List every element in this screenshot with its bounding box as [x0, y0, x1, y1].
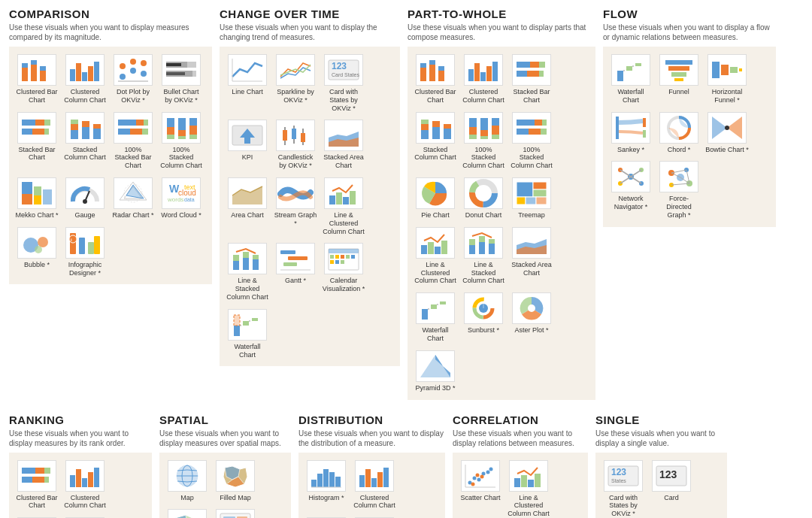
funnel[interactable]: Funnel [656, 51, 702, 108]
svg-point-327 [477, 477, 481, 481]
card-states[interactable]: 123 Card States Card with States by OKVi… [320, 51, 367, 115]
part-100-stacked-col2[interactable]: 100% Stacked Column Chart [508, 109, 555, 173]
100-stacked-bar-chart[interactable]: 100% Stacked Bar Chart [110, 109, 156, 173]
line-clustered-change-label: Line & Clustered Column Chart [322, 211, 365, 235]
svg-rect-5 [40, 71, 46, 81]
radar-chart[interactable]: Radar Chart * [110, 174, 156, 223]
stacked-bar-chart[interactable]: Stacked Bar Chart [14, 109, 60, 173]
rank-clustered-col[interactable]: Clustered Column Chart [62, 457, 108, 513]
part-clustered-col-label: Clustered Column Chart [462, 88, 505, 105]
100-stacked-column-chart[interactable]: 100% Stacked Column Chart [158, 109, 205, 173]
stacked-column-chart[interactable]: Stacked Column Chart [62, 109, 108, 173]
multi-row-card[interactable]: Value Value Value Multi-row Card [14, 514, 60, 518]
part-stacked-bar[interactable]: Stacked Bar Chart [508, 51, 555, 108]
mekko-chart[interactable]: Mekko Chart * [14, 174, 60, 223]
aster-plot[interactable]: Aster Plot * [508, 289, 555, 346]
line-clustered-change[interactable]: Line & Clustered Column Chart [320, 174, 367, 238]
infographic-designer[interactable]: i Infographic Designer * [62, 224, 108, 280]
area-chart-label: Area Chart [231, 211, 264, 220]
synoptic-panel[interactable]: Synoptic Panel by OKViz * [212, 506, 259, 518]
svg-rect-295 [323, 469, 329, 487]
table-rank[interactable]: Table [62, 514, 108, 518]
stream-graph[interactable]: Stream Graph * [272, 174, 319, 238]
part-line-clustered[interactable]: Line & Clustered Column Chart [412, 224, 459, 288]
kpi-change[interactable]: KPI [224, 117, 271, 173]
svg-rect-255 [44, 477, 49, 483]
svg-point-332 [476, 473, 480, 477]
line-chart-change[interactable]: Line Chart [224, 51, 271, 115]
single-card-states[interactable]: 123 States Card with States by OKViz * [600, 457, 647, 518]
force-directed-graph[interactable]: Force-Directed Graph * [656, 158, 702, 222]
clustered-bar-chart-label: Clustered Bar Chart [15, 88, 59, 105]
stacked-area-change[interactable]: Stacked Area Chart [320, 117, 367, 173]
treemap[interactable]: Treemap [508, 174, 555, 223]
part-stacked-area[interactable]: Stacked Area Chart [508, 224, 555, 288]
scatter-chart[interactable]: Scatter Chart [457, 457, 504, 518]
bowtie-chart[interactable]: Bowtie Chart * [704, 109, 750, 157]
filled-map[interactable]: Filled Map [212, 457, 259, 505]
waterfall-change[interactable]: Waterfall Chart [224, 306, 271, 362]
chord[interactable]: Chord * [656, 109, 702, 157]
bubble-chart-label: Bubble * [24, 261, 50, 269]
svg-rect-253 [22, 477, 32, 483]
pie-chart[interactable]: Pie Chart [412, 174, 459, 223]
svg-rect-139 [486, 66, 492, 81]
part-clustered-col[interactable]: Clustered Column Chart [460, 51, 507, 108]
area-chart[interactable]: Area Chart [224, 174, 271, 238]
map[interactable]: Map [164, 457, 211, 505]
candlestick[interactable]: Candlestick by OKViz * [272, 117, 319, 173]
horizontal-funnel[interactable]: Horizontal Funnel * [704, 51, 750, 108]
sparkline[interactable]: Sparkline by OKViz * [272, 51, 319, 115]
histogram[interactable]: Histogram * [303, 457, 350, 513]
bubble-chart[interactable]: Bubble * [14, 224, 60, 280]
part-clustered-bar[interactable]: Clustered Bar Chart [412, 51, 459, 108]
flow-waterfall[interactable]: Waterfall Chart [607, 51, 654, 108]
svg-rect-50 [178, 118, 186, 130]
box-whisker[interactable]: Box & Whisker * [351, 514, 398, 518]
svg-point-16 [141, 60, 147, 66]
svg-rect-107 [243, 252, 249, 258]
dist-line-chart[interactable]: Line Chart [303, 514, 350, 518]
network-navigator[interactable]: Network Navigator * [607, 158, 654, 222]
bullet-chart[interactable]: Bullet Chart by OKViz * [158, 51, 205, 108]
force-directed-graph-icon [659, 161, 698, 192]
svg-rect-171 [517, 129, 529, 135]
pyramid-3d[interactable]: Pyramid 3D * [412, 347, 459, 395]
treemap-label: Treemap [518, 211, 545, 220]
clustered-bar-chart[interactable]: Clustered Bar Chart [14, 51, 60, 108]
svg-rect-28 [32, 129, 44, 135]
line-stacked-change[interactable]: Line & Stacked Column Chart [224, 240, 271, 304]
sunburst[interactable]: Sunburst * [460, 289, 507, 346]
calendar-viz[interactable]: Calendar Visualization * [320, 240, 367, 304]
corr-line-clustered[interactable]: Line & Clustered Column Chart [505, 457, 552, 518]
svg-rect-127 [234, 315, 240, 326]
word-cloud[interactable]: W cloud words text data Word Cloud * [158, 174, 205, 223]
force-directed-graph-label: Force-Directed Graph * [657, 195, 701, 219]
svg-rect-223 [739, 68, 742, 71]
part-100-stacked-col[interactable]: 100% Stacked Column Chart [460, 109, 507, 173]
svg-text:123: 123 [659, 468, 677, 480]
gauge-comp[interactable]: Gauge [62, 174, 108, 223]
part-stacked-col[interactable]: Stacked Column Chart [412, 109, 459, 173]
part-line-stacked[interactable]: Line & Stacked Column Chart [460, 224, 507, 288]
part-waterfall[interactable]: Waterfall Chart [412, 289, 459, 346]
calendar-viz-icon [324, 243, 363, 274]
bottom-row: RANKING Use these visuals when you want … [9, 413, 803, 518]
100-stacked-bar-label: 100% Stacked Bar Chart [111, 146, 155, 170]
donut-chart[interactable]: Donut Chart [460, 174, 507, 223]
sankey[interactable]: Sankey * [607, 109, 654, 157]
synoptic-panel-icon [216, 509, 255, 518]
clustered-column-chart[interactable]: Clustered Column Chart [62, 51, 108, 108]
rank-clustered-bar[interactable]: Clustered Bar Chart [14, 457, 60, 513]
part-stacked-bar-icon [512, 54, 551, 86]
line-stacked-change-label: Line & Stacked Column Chart [226, 277, 269, 301]
dist-clustered-col[interactable]: Clustered Column Chart [351, 457, 398, 513]
dot-plot[interactable]: Dot Plot by OKViz * [110, 51, 156, 108]
svg-text:Card States: Card States [332, 72, 359, 77]
gantt[interactable]: Gantt * [272, 240, 319, 304]
shape-map[interactable]: Shape Map [164, 506, 211, 518]
single-card[interactable]: 123 Card [648, 457, 695, 518]
100-stacked-column-chart-icon [162, 112, 201, 144]
clustered-bar-chart-icon [17, 54, 56, 86]
svg-rect-112 [283, 262, 297, 266]
